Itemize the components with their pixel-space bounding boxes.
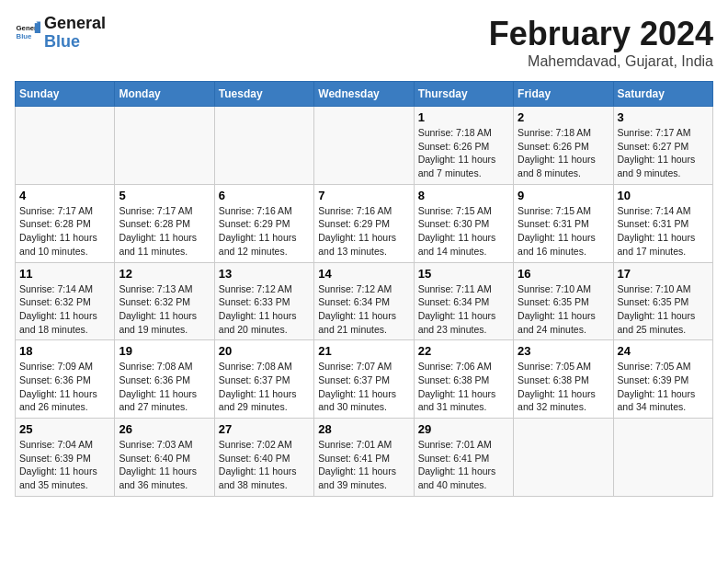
day-info: Sunrise: 7:08 AM Sunset: 6:36 PM Dayligh…	[119, 360, 210, 414]
calendar-cell: 29Sunrise: 7:01 AM Sunset: 6:41 PM Dayli…	[414, 419, 513, 497]
day-number: 5	[119, 189, 210, 202]
day-info: Sunrise: 7:18 AM Sunset: 6:26 PM Dayligh…	[518, 126, 609, 180]
calendar-cell: 27Sunrise: 7:02 AM Sunset: 6:40 PM Dayli…	[214, 419, 313, 497]
day-number: 10	[618, 189, 709, 202]
day-header-wednesday: Wednesday	[314, 82, 414, 107]
calendar-cell: 17Sunrise: 7:10 AM Sunset: 6:35 PM Dayli…	[613, 262, 712, 340]
day-info: Sunrise: 7:10 AM Sunset: 6:35 PM Dayligh…	[618, 282, 709, 337]
calendar-cell: 11Sunrise: 7:14 AM Sunset: 6:32 PM Dayli…	[16, 262, 115, 340]
day-info: Sunrise: 7:16 AM Sunset: 6:29 PM Dayligh…	[219, 204, 310, 259]
day-number: 20	[219, 344, 310, 358]
logo-line1: General	[44, 15, 106, 33]
calendar-cell: 24Sunrise: 7:05 AM Sunset: 6:39 PM Dayli…	[613, 340, 712, 419]
day-info: Sunrise: 7:16 AM Sunset: 6:29 PM Dayligh…	[318, 204, 409, 259]
calendar-cell: 14Sunrise: 7:12 AM Sunset: 6:34 PM Dayli…	[314, 262, 414, 340]
day-info: Sunrise: 7:14 AM Sunset: 6:32 PM Dayligh…	[19, 282, 110, 337]
day-number: 13	[219, 267, 310, 281]
day-info: Sunrise: 7:17 AM Sunset: 6:27 PM Dayligh…	[618, 126, 709, 180]
calendar-cell	[214, 107, 313, 185]
day-number: 14	[318, 267, 409, 281]
calendar-cell	[514, 419, 613, 497]
day-info: Sunrise: 7:17 AM Sunset: 6:28 PM Dayligh…	[19, 204, 110, 259]
day-info: Sunrise: 7:06 AM Sunset: 6:38 PM Dayligh…	[418, 360, 509, 414]
sub-title: Mahemdavad, Gujarat, India	[489, 53, 713, 70]
day-info: Sunrise: 7:12 AM Sunset: 6:34 PM Dayligh…	[318, 282, 409, 337]
calendar-cell: 19Sunrise: 7:08 AM Sunset: 6:36 PM Dayli…	[115, 340, 214, 419]
day-number: 21	[318, 344, 409, 358]
day-info: Sunrise: 7:17 AM Sunset: 6:28 PM Dayligh…	[119, 204, 210, 259]
day-info: Sunrise: 7:05 AM Sunset: 6:39 PM Dayligh…	[618, 360, 709, 414]
calendar-cell	[314, 107, 414, 185]
day-number: 22	[418, 344, 509, 358]
day-info: Sunrise: 7:04 AM Sunset: 6:39 PM Dayligh…	[19, 438, 110, 492]
calendar-cell: 12Sunrise: 7:13 AM Sunset: 6:32 PM Dayli…	[115, 262, 214, 340]
calendar-cell: 5Sunrise: 7:17 AM Sunset: 6:28 PM Daylig…	[115, 184, 214, 262]
day-info: Sunrise: 7:18 AM Sunset: 6:26 PM Dayligh…	[418, 126, 509, 180]
day-number: 27	[219, 422, 310, 436]
day-number: 7	[318, 189, 409, 202]
calendar-cell: 3Sunrise: 7:17 AM Sunset: 6:27 PM Daylig…	[613, 107, 712, 185]
week-row-2: 4Sunrise: 7:17 AM Sunset: 6:28 PM Daylig…	[16, 184, 713, 262]
day-number: 23	[518, 344, 609, 358]
day-number: 28	[318, 422, 409, 436]
day-info: Sunrise: 7:11 AM Sunset: 6:34 PM Dayligh…	[418, 282, 509, 337]
day-number: 6	[219, 189, 310, 202]
day-number: 3	[618, 110, 709, 124]
week-row-3: 11Sunrise: 7:14 AM Sunset: 6:32 PM Dayli…	[16, 262, 713, 340]
calendar-cell: 2Sunrise: 7:18 AM Sunset: 6:26 PM Daylig…	[514, 107, 613, 185]
day-number: 15	[418, 267, 509, 281]
calendar-body: 1Sunrise: 7:18 AM Sunset: 6:26 PM Daylig…	[16, 107, 713, 497]
calendar-header-row: SundayMondayTuesdayWednesdayThursdayFrid…	[16, 82, 713, 107]
header: General Blue General Blue February 2024 …	[15, 15, 713, 70]
day-info: Sunrise: 7:15 AM Sunset: 6:31 PM Dayligh…	[518, 204, 609, 259]
calendar-cell: 16Sunrise: 7:10 AM Sunset: 6:35 PM Dayli…	[514, 262, 613, 340]
calendar-cell: 8Sunrise: 7:15 AM Sunset: 6:30 PM Daylig…	[414, 184, 513, 262]
calendar-cell: 22Sunrise: 7:06 AM Sunset: 6:38 PM Dayli…	[414, 340, 513, 419]
calendar-cell: 15Sunrise: 7:11 AM Sunset: 6:34 PM Dayli…	[414, 262, 513, 340]
day-number: 17	[618, 267, 709, 281]
day-number: 19	[119, 344, 210, 358]
day-info: Sunrise: 7:10 AM Sunset: 6:35 PM Dayligh…	[518, 282, 609, 337]
logo-text: General Blue	[44, 15, 106, 52]
day-number: 2	[518, 110, 609, 124]
calendar-cell	[115, 107, 214, 185]
calendar-cell: 7Sunrise: 7:16 AM Sunset: 6:29 PM Daylig…	[314, 184, 414, 262]
day-info: Sunrise: 7:03 AM Sunset: 6:40 PM Dayligh…	[119, 438, 210, 492]
day-header-saturday: Saturday	[613, 82, 712, 107]
day-info: Sunrise: 7:05 AM Sunset: 6:38 PM Dayligh…	[518, 360, 609, 414]
day-header-tuesday: Tuesday	[214, 82, 313, 107]
week-row-4: 18Sunrise: 7:09 AM Sunset: 6:36 PM Dayli…	[16, 340, 713, 419]
day-number: 26	[119, 422, 210, 436]
day-info: Sunrise: 7:15 AM Sunset: 6:30 PM Dayligh…	[418, 204, 509, 259]
title-block: February 2024 Mahemdavad, Gujarat, India	[489, 15, 713, 70]
week-row-1: 1Sunrise: 7:18 AM Sunset: 6:26 PM Daylig…	[16, 107, 713, 185]
day-header-thursday: Thursday	[414, 82, 513, 107]
calendar-cell	[16, 107, 115, 185]
day-info: Sunrise: 7:13 AM Sunset: 6:32 PM Dayligh…	[119, 282, 210, 337]
day-number: 16	[518, 267, 609, 281]
calendar-cell	[613, 419, 712, 497]
logo-icon: General Blue	[15, 20, 40, 46]
week-row-5: 25Sunrise: 7:04 AM Sunset: 6:39 PM Dayli…	[16, 419, 713, 497]
calendar-table: SundayMondayTuesdayWednesdayThursdayFrid…	[15, 81, 713, 497]
calendar-cell: 13Sunrise: 7:12 AM Sunset: 6:33 PM Dayli…	[214, 262, 313, 340]
logo: General Blue General Blue	[15, 15, 106, 52]
day-number: 29	[418, 422, 509, 436]
day-info: Sunrise: 7:12 AM Sunset: 6:33 PM Dayligh…	[219, 282, 310, 337]
calendar-cell: 21Sunrise: 7:07 AM Sunset: 6:37 PM Dayli…	[314, 340, 414, 419]
day-number: 9	[518, 189, 609, 202]
calendar-cell: 26Sunrise: 7:03 AM Sunset: 6:40 PM Dayli…	[115, 419, 214, 497]
day-number: 1	[418, 110, 509, 124]
main-title: February 2024	[489, 15, 713, 53]
day-number: 8	[418, 189, 509, 202]
calendar-cell: 18Sunrise: 7:09 AM Sunset: 6:36 PM Dayli…	[16, 340, 115, 419]
day-header-sunday: Sunday	[16, 82, 115, 107]
day-info: Sunrise: 7:02 AM Sunset: 6:40 PM Dayligh…	[219, 438, 310, 492]
day-info: Sunrise: 7:14 AM Sunset: 6:31 PM Dayligh…	[618, 204, 709, 259]
calendar-cell: 4Sunrise: 7:17 AM Sunset: 6:28 PM Daylig…	[16, 184, 115, 262]
day-info: Sunrise: 7:01 AM Sunset: 6:41 PM Dayligh…	[418, 438, 509, 492]
day-number: 18	[19, 344, 110, 358]
day-header-friday: Friday	[514, 82, 613, 107]
day-number: 11	[19, 267, 110, 281]
svg-text:Blue: Blue	[17, 32, 33, 40]
